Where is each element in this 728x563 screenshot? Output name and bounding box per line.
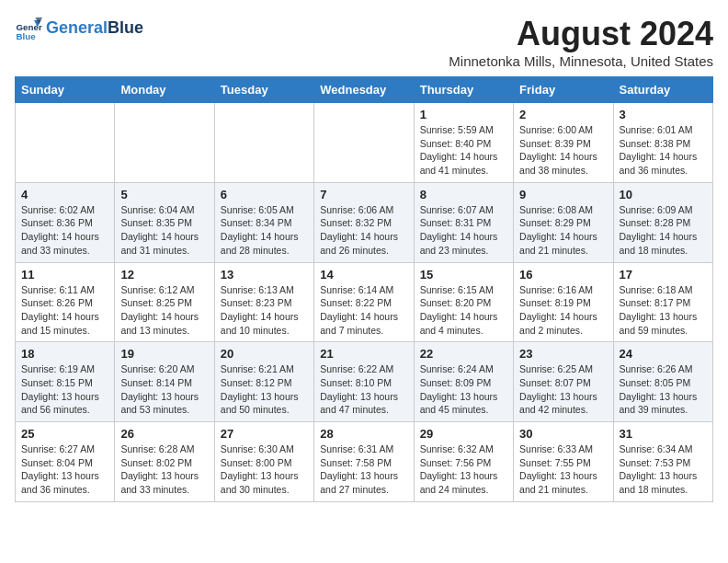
day-cell <box>314 103 414 183</box>
day-cell: 20Sunrise: 6:21 AM Sunset: 8:12 PM Dayli… <box>214 342 313 422</box>
day-cell: 28Sunrise: 6:31 AM Sunset: 7:58 PM Dayli… <box>314 422 414 502</box>
day-number: 17 <box>620 268 707 282</box>
weekday-header-friday: Friday <box>514 77 613 103</box>
weekday-header-row: SundayMondayTuesdayWednesdayThursdayFrid… <box>16 77 713 103</box>
day-info: Sunrise: 6:30 AM Sunset: 8:00 PM Dayligh… <box>221 442 308 497</box>
logo: General Blue GeneralBlue <box>15 15 143 42</box>
day-info: Sunrise: 6:26 AM Sunset: 8:05 PM Dayligh… <box>620 362 707 417</box>
day-cell: 13Sunrise: 6:13 AM Sunset: 8:23 PM Dayli… <box>214 262 313 342</box>
day-info: Sunrise: 5:59 AM Sunset: 8:40 PM Dayligh… <box>420 123 507 178</box>
day-cell: 8Sunrise: 6:07 AM Sunset: 8:31 PM Daylig… <box>414 182 513 262</box>
week-row-0: 1Sunrise: 5:59 AM Sunset: 8:40 PM Daylig… <box>16 103 713 183</box>
day-cell: 5Sunrise: 6:04 AM Sunset: 8:35 PM Daylig… <box>115 182 214 262</box>
day-cell: 1Sunrise: 5:59 AM Sunset: 8:40 PM Daylig… <box>414 103 513 183</box>
day-cell: 15Sunrise: 6:15 AM Sunset: 8:20 PM Dayli… <box>414 262 513 342</box>
day-number: 21 <box>320 347 407 361</box>
day-number: 29 <box>420 427 507 441</box>
week-row-1: 4Sunrise: 6:02 AM Sunset: 8:36 PM Daylig… <box>16 182 713 262</box>
day-number: 30 <box>519 427 607 441</box>
day-number: 9 <box>519 188 607 201</box>
day-info: Sunrise: 6:18 AM Sunset: 8:17 PM Dayligh… <box>620 283 707 338</box>
day-info: Sunrise: 6:25 AM Sunset: 8:07 PM Dayligh… <box>519 362 607 417</box>
day-info: Sunrise: 6:31 AM Sunset: 7:58 PM Dayligh… <box>320 442 407 497</box>
day-cell: 27Sunrise: 6:30 AM Sunset: 8:00 PM Dayli… <box>214 422 313 502</box>
week-row-4: 25Sunrise: 6:27 AM Sunset: 8:04 PM Dayli… <box>16 422 713 502</box>
day-info: Sunrise: 6:34 AM Sunset: 7:53 PM Dayligh… <box>620 442 707 497</box>
day-cell: 23Sunrise: 6:25 AM Sunset: 8:07 PM Dayli… <box>514 342 613 422</box>
location-title: Minnetonka Mills, Minnesota, United Stat… <box>449 53 713 69</box>
weekday-header-wednesday: Wednesday <box>314 77 414 103</box>
day-info: Sunrise: 6:15 AM Sunset: 8:20 PM Dayligh… <box>420 283 507 338</box>
day-cell: 21Sunrise: 6:22 AM Sunset: 8:10 PM Dayli… <box>314 342 414 422</box>
day-info: Sunrise: 6:14 AM Sunset: 8:22 PM Dayligh… <box>320 283 407 338</box>
day-cell <box>214 103 313 183</box>
day-number: 3 <box>620 108 707 121</box>
weekday-header-saturday: Saturday <box>613 77 712 103</box>
day-number: 18 <box>21 347 108 361</box>
weekday-header-sunday: Sunday <box>16 77 115 103</box>
day-cell: 4Sunrise: 6:02 AM Sunset: 8:36 PM Daylig… <box>16 182 115 262</box>
day-cell: 14Sunrise: 6:14 AM Sunset: 8:22 PM Dayli… <box>314 262 414 342</box>
logo-text: GeneralBlue <box>46 19 143 38</box>
weekday-header-thursday: Thursday <box>414 77 513 103</box>
day-cell: 19Sunrise: 6:20 AM Sunset: 8:14 PM Dayli… <box>115 342 214 422</box>
day-info: Sunrise: 6:16 AM Sunset: 8:19 PM Dayligh… <box>519 283 607 338</box>
day-number: 8 <box>420 188 507 201</box>
day-cell: 6Sunrise: 6:05 AM Sunset: 8:34 PM Daylig… <box>214 182 313 262</box>
week-row-2: 11Sunrise: 6:11 AM Sunset: 8:26 PM Dayli… <box>16 262 713 342</box>
day-info: Sunrise: 6:28 AM Sunset: 8:02 PM Dayligh… <box>120 442 208 497</box>
day-number: 13 <box>221 268 308 282</box>
day-cell: 11Sunrise: 6:11 AM Sunset: 8:26 PM Dayli… <box>16 262 115 342</box>
day-cell: 25Sunrise: 6:27 AM Sunset: 8:04 PM Dayli… <box>16 422 115 502</box>
day-number: 20 <box>221 347 308 361</box>
day-number: 26 <box>120 427 208 441</box>
title-area: August 2024 Minnetonka Mills, Minnesota,… <box>449 15 713 69</box>
day-cell: 12Sunrise: 6:12 AM Sunset: 8:25 PM Dayli… <box>115 262 214 342</box>
day-number: 6 <box>221 188 308 201</box>
day-info: Sunrise: 6:32 AM Sunset: 7:56 PM Dayligh… <box>420 442 507 497</box>
day-info: Sunrise: 6:33 AM Sunset: 7:55 PM Dayligh… <box>519 442 607 497</box>
day-number: 27 <box>221 427 308 441</box>
day-info: Sunrise: 6:22 AM Sunset: 8:10 PM Dayligh… <box>320 362 407 417</box>
day-info: Sunrise: 6:21 AM Sunset: 8:12 PM Dayligh… <box>221 362 308 417</box>
day-info: Sunrise: 6:02 AM Sunset: 8:36 PM Dayligh… <box>21 203 108 258</box>
day-cell <box>115 103 214 183</box>
day-info: Sunrise: 6:19 AM Sunset: 8:15 PM Dayligh… <box>21 362 108 417</box>
day-cell: 18Sunrise: 6:19 AM Sunset: 8:15 PM Dayli… <box>16 342 115 422</box>
day-cell: 10Sunrise: 6:09 AM Sunset: 8:28 PM Dayli… <box>613 182 712 262</box>
day-number: 25 <box>21 427 108 441</box>
day-number: 15 <box>420 268 507 282</box>
weekday-header-monday: Monday <box>115 77 214 103</box>
day-info: Sunrise: 6:00 AM Sunset: 8:39 PM Dayligh… <box>519 123 607 178</box>
day-cell: 16Sunrise: 6:16 AM Sunset: 8:19 PM Dayli… <box>514 262 613 342</box>
day-info: Sunrise: 6:13 AM Sunset: 8:23 PM Dayligh… <box>221 283 308 338</box>
week-row-3: 18Sunrise: 6:19 AM Sunset: 8:15 PM Dayli… <box>16 342 713 422</box>
day-number: 23 <box>519 347 607 361</box>
day-info: Sunrise: 6:01 AM Sunset: 8:38 PM Dayligh… <box>620 123 707 178</box>
day-info: Sunrise: 6:12 AM Sunset: 8:25 PM Dayligh… <box>120 283 208 338</box>
day-cell: 3Sunrise: 6:01 AM Sunset: 8:38 PM Daylig… <box>613 103 712 183</box>
day-cell: 26Sunrise: 6:28 AM Sunset: 8:02 PM Dayli… <box>115 422 214 502</box>
day-info: Sunrise: 6:04 AM Sunset: 8:35 PM Dayligh… <box>120 203 208 258</box>
day-info: Sunrise: 6:09 AM Sunset: 8:28 PM Dayligh… <box>620 203 707 258</box>
svg-text:Blue: Blue <box>17 31 37 41</box>
day-number: 19 <box>120 347 208 361</box>
day-info: Sunrise: 6:06 AM Sunset: 8:32 PM Dayligh… <box>320 203 407 258</box>
day-number: 16 <box>519 268 607 282</box>
day-number: 14 <box>320 268 407 282</box>
day-number: 5 <box>120 188 208 201</box>
day-number: 31 <box>620 427 707 441</box>
day-number: 11 <box>21 268 108 282</box>
day-cell: 17Sunrise: 6:18 AM Sunset: 8:17 PM Dayli… <box>613 262 712 342</box>
day-number: 22 <box>420 347 507 361</box>
day-cell: 29Sunrise: 6:32 AM Sunset: 7:56 PM Dayli… <box>414 422 513 502</box>
day-number: 10 <box>620 188 707 201</box>
day-cell: 9Sunrise: 6:08 AM Sunset: 8:29 PM Daylig… <box>514 182 613 262</box>
day-number: 4 <box>21 188 108 201</box>
day-number: 2 <box>519 108 607 121</box>
day-info: Sunrise: 6:07 AM Sunset: 8:31 PM Dayligh… <box>420 203 507 258</box>
day-cell: 24Sunrise: 6:26 AM Sunset: 8:05 PM Dayli… <box>613 342 712 422</box>
logo-icon: General Blue <box>15 15 42 42</box>
day-cell: 7Sunrise: 6:06 AM Sunset: 8:32 PM Daylig… <box>314 182 414 262</box>
day-info: Sunrise: 6:20 AM Sunset: 8:14 PM Dayligh… <box>120 362 208 417</box>
